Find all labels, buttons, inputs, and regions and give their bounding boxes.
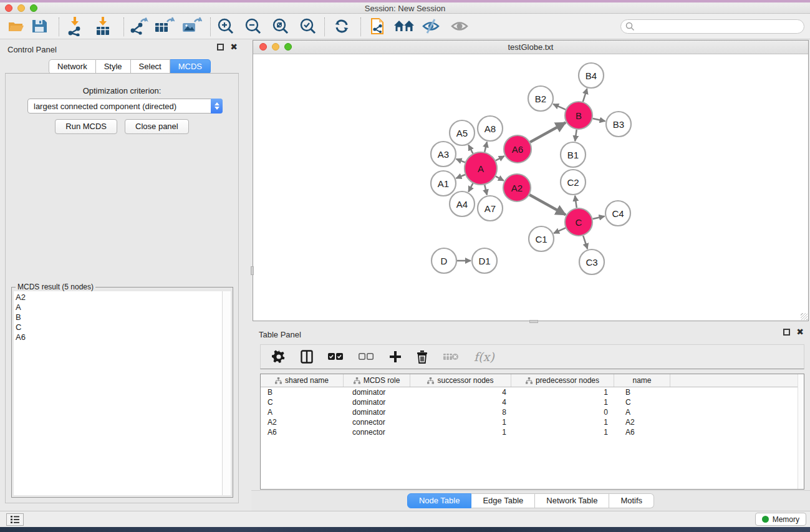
table-cell[interactable]: dominator [344, 397, 410, 407]
zoom-selected-icon[interactable] [299, 17, 317, 35]
result-item[interactable]: B [16, 312, 222, 322]
table-cell[interactable]: B [614, 387, 670, 397]
result-item[interactable]: C [16, 322, 222, 332]
table-cell[interactable]: connector [344, 417, 410, 427]
refresh-network-icon[interactable] [333, 17, 350, 35]
table-cell[interactable]: 1 [410, 427, 511, 437]
table-cell[interactable]: A2 [614, 417, 670, 427]
mcds-result-list[interactable]: A2ABCA6 [14, 291, 222, 495]
tab-motifs[interactable]: Motifs [609, 493, 654, 508]
tab-edge-table[interactable]: Edge Table [471, 493, 535, 508]
run-mcds-button[interactable]: Run MCDS [55, 119, 117, 134]
column-header-predecessor-nodes[interactable]: predecessor nodes [511, 374, 614, 387]
divider-grip-left[interactable] [251, 266, 254, 275]
table-row[interactable]: Cdominator41C [261, 397, 804, 407]
add-column-icon[interactable] [389, 351, 402, 363]
close-panel-icon[interactable]: ✖ [230, 44, 238, 51]
edge-C-C3[interactable] [583, 236, 587, 249]
table-cell[interactable]: A6 [614, 427, 670, 437]
table-cell[interactable]: C [261, 397, 344, 407]
table-cell[interactable]: 1 [511, 397, 614, 407]
export-table-icon[interactable] [153, 17, 175, 36]
edge-A-A8[interactable] [485, 142, 487, 152]
result-item[interactable]: A [16, 302, 222, 312]
tab-node-table[interactable]: Node Table [407, 493, 472, 508]
zoom-in-icon[interactable] [217, 17, 234, 35]
table-cell[interactable]: 1 [410, 417, 511, 427]
edge-A-A6[interactable] [496, 156, 504, 160]
hide-graphics-details-icon[interactable] [422, 18, 440, 34]
save-icon[interactable] [31, 19, 47, 34]
task-history-button[interactable] [6, 513, 24, 526]
edge-B-B3[interactable] [592, 118, 605, 121]
edge-A6-B[interactable] [530, 123, 566, 142]
table-cell[interactable]: connector [344, 427, 410, 437]
edge-A-A5[interactable] [468, 145, 473, 153]
deselect-all-icon[interactable] [359, 353, 374, 361]
edge-C-C2[interactable] [575, 196, 577, 208]
tab-mcds[interactable]: MCDS [170, 59, 211, 74]
table-cell[interactable]: B [261, 387, 344, 397]
network-window-titlebar[interactable]: testGlobe.txt [253, 41, 808, 54]
delete-column-icon[interactable] [417, 350, 428, 364]
table-cell[interactable]: 0 [511, 407, 614, 417]
select-all-check-icon[interactable] [328, 353, 344, 361]
table-cell[interactable]: 4 [410, 387, 511, 397]
gear-icon[interactable] [272, 350, 286, 364]
memory-button[interactable]: Memory [755, 513, 806, 526]
table-cell[interactable]: 8 [410, 407, 511, 417]
network-graph[interactable]: AA1A3A5A8A4A7A6A2BB2B4B3B1CC2C4C1C3DD1 [253, 54, 808, 321]
table-scrollbar[interactable] [798, 374, 804, 489]
float-panel-icon[interactable] [217, 44, 224, 51]
table-cell[interactable]: 1 [511, 417, 614, 427]
table-row[interactable]: Bdominator41B [261, 387, 804, 397]
table-cell[interactable]: 1 [511, 427, 614, 437]
export-network-icon[interactable] [128, 17, 148, 36]
table-cell[interactable]: A [614, 407, 670, 417]
result-scrollbar[interactable] [222, 291, 231, 495]
open-folder-icon[interactable] [7, 19, 25, 34]
table-cell[interactable]: 4 [410, 397, 511, 407]
float-table-panel-icon[interactable] [783, 329, 790, 336]
zoom-fit-icon[interactable] [272, 17, 289, 35]
import-table-icon[interactable] [94, 16, 112, 36]
network-file-icon[interactable] [369, 16, 388, 37]
tab-network[interactable]: Network [49, 59, 96, 74]
optimization-criterion-dropdown[interactable]: largest connected component (directed) [27, 99, 223, 114]
table-cell[interactable]: C [614, 397, 670, 407]
edge-B-B1[interactable] [575, 130, 577, 141]
tab-network-table[interactable]: Network Table [535, 493, 609, 508]
home-layout-icon[interactable] [393, 18, 415, 34]
edge-A-A2[interactable] [496, 177, 504, 181]
table-row[interactable]: Adominator80A [261, 407, 804, 417]
table-cell[interactable]: A [261, 407, 344, 417]
show-graphics-details-icon[interactable] [450, 18, 469, 34]
import-network-icon[interactable] [66, 16, 84, 36]
table-cell[interactable]: A2 [261, 417, 344, 427]
close-panel-button[interactable]: Close panel [125, 119, 189, 134]
result-item[interactable]: A2 [16, 293, 222, 302]
table-cell[interactable]: 1 [511, 387, 614, 397]
close-table-panel-icon[interactable]: ✖ [796, 329, 804, 336]
network-canvas[interactable]: AA1A3A5A8A4A7A6A2BB2B4B3B1CC2C4C1C3DD1 [253, 54, 808, 321]
split-columns-icon[interactable] [301, 350, 313, 364]
edge-A2-C[interactable] [529, 195, 566, 215]
zoom-out-icon[interactable] [244, 17, 262, 35]
tab-select[interactable]: Select [131, 59, 170, 74]
function-builder-icon[interactable]: f(x) [474, 350, 494, 364]
column-header-name[interactable]: name [614, 374, 670, 387]
result-item[interactable]: A6 [16, 332, 222, 342]
table-cell[interactable]: A6 [261, 427, 344, 437]
edge-C-C4[interactable] [592, 216, 604, 219]
window-resize-grip[interactable] [801, 313, 808, 320]
edge-A-A7[interactable] [485, 185, 487, 195]
table-row[interactable]: A2connector11A2 [261, 417, 804, 427]
edge-B-B4[interactable] [583, 89, 587, 102]
table-row[interactable]: A6connector11A6 [261, 427, 804, 437]
export-image-icon[interactable] [181, 17, 202, 36]
edge-A-A3[interactable] [456, 159, 465, 162]
column-header-shared-name[interactable]: shared name [261, 374, 344, 387]
edge-A-A4[interactable] [468, 183, 473, 192]
edge-A-A1[interactable] [456, 175, 465, 178]
column-header-successor-nodes[interactable]: successor nodes [410, 374, 511, 387]
